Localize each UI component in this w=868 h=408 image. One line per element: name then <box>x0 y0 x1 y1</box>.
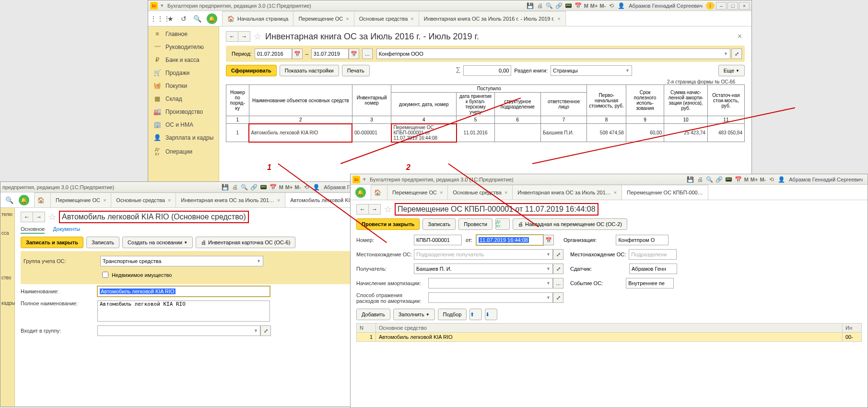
zoom-plus[interactable]: M+ <box>285 184 293 190</box>
zoom-in[interactable]: M <box>279 184 283 190</box>
tab-inventory[interactable]: Инвентарная книга ОС за Июль 201…× <box>512 185 622 200</box>
expand-icon[interactable]: ⤢ <box>553 264 563 274</box>
write-button[interactable]: Записать <box>422 218 456 230</box>
forward-button[interactable]: → <box>238 31 250 42</box>
close-icon[interactable]: × <box>440 190 443 195</box>
expand-icon[interactable]: ⤢ <box>553 292 563 303</box>
ellipsis-icon[interactable]: … <box>553 278 563 288</box>
calendar-icon[interactable]: 📅 <box>292 48 303 59</box>
event-select[interactable]: Внутреннее пе <box>626 278 674 288</box>
star-icon[interactable]: ☆ <box>254 31 261 42</box>
cell-name[interactable]: Автомобиль легковой KIA RIO <box>249 124 352 142</box>
close-icon[interactable]: × <box>346 16 349 22</box>
expand-icon[interactable]: ⤢ <box>731 48 742 59</box>
org-select[interactable]: Конфетпром О <box>616 235 669 245</box>
sidebar-frag[interactable]: телю <box>0 209 14 220</box>
search-icon[interactable]: 🔍 <box>240 183 249 191</box>
fullname-input[interactable]: Автомобиль легковой KIA RIO <box>97 300 270 322</box>
link-documents[interactable]: Документы <box>53 226 80 233</box>
main-window[interactable]: 1c ▾ Бухгалтерия предприятия, редакция 3… <box>148 0 752 192</box>
loc2-select[interactable]: Подразделени <box>629 249 677 260</box>
num-input[interactable] <box>414 235 462 245</box>
create-based-button[interactable]: Создать на основании ▼ <box>122 237 193 248</box>
calendar-icon[interactable]: 📅 <box>543 235 554 245</box>
link-icon[interactable]: 🔗 <box>250 183 258 191</box>
save-icon[interactable]: 💾 <box>526 2 535 10</box>
history-icon[interactable]: ↺ <box>177 12 190 25</box>
close-page-button[interactable]: × <box>735 32 745 41</box>
expand-icon[interactable]: ⤢ <box>553 249 563 260</box>
select-button[interactable]: Подбор <box>438 309 467 320</box>
calendar-icon[interactable]: 📅 <box>734 176 743 183</box>
sidebar-frag[interactable]: сса <box>0 220 14 246</box>
tab-move-os[interactable]: Перемещение ОС× <box>50 192 111 207</box>
date-input[interactable]: 11.07.2019 16:44:08 <box>476 235 543 245</box>
save-icon[interactable]: 💾 <box>686 176 695 183</box>
back-button[interactable]: ← <box>21 212 33 222</box>
maximize-button[interactable]: □ <box>727 2 738 10</box>
tab-os[interactable]: Основные средства× <box>447 185 513 200</box>
sidebar-item-sales[interactable]: 🛒Продажи <box>148 66 219 79</box>
sidebar-frag[interactable]: ство <box>0 246 14 283</box>
sidebar-item-production[interactable]: 🏭Производство <box>148 105 219 118</box>
name-input[interactable]: Автомобиль легковой KIA RIO <box>97 286 270 297</box>
bell-icon[interactable]: 🔔 <box>19 195 29 205</box>
forward-button[interactable]: → <box>33 212 45 222</box>
refresh-icon[interactable]: ⟲ <box>607 2 616 10</box>
recv-select[interactable]: Бахшиев П. И.▼ <box>414 264 553 274</box>
save-close-button[interactable]: Записать и закрыть <box>21 237 83 248</box>
apps-icon[interactable]: ⋮⋮⋮ <box>150 12 164 25</box>
sidebar-item-bank[interactable]: ₽Банк и касса <box>148 53 219 66</box>
bell-icon[interactable]: 🔔 <box>355 187 366 198</box>
move-down-button[interactable]: ⬇ <box>485 309 497 320</box>
minimize-button[interactable]: – <box>716 2 727 10</box>
sidebar-item-salary[interactable]: 👤Зарплата и кадры <box>148 131 219 144</box>
group-select[interactable]: Транспортные средства▼ <box>100 256 263 266</box>
sender-select[interactable]: Абрамов Генн <box>629 264 677 274</box>
print-icon[interactable]: 🖨 <box>696 176 704 183</box>
zoom-minus[interactable]: M- <box>760 177 766 182</box>
search-icon[interactable]: 🔍 <box>705 176 714 183</box>
close-icon[interactable]: × <box>277 197 280 203</box>
calc-icon[interactable]: 📟 <box>564 2 573 10</box>
zoom-plus[interactable]: M+ <box>751 177 758 182</box>
zoom-in[interactable]: M <box>584 3 588 9</box>
search-icon[interactable]: 🔍 <box>2 194 16 206</box>
sidebar-item-os-nma[interactable]: 🏢ОС и НМА <box>148 118 219 131</box>
calendar-icon[interactable]: 📅 <box>269 183 278 191</box>
back-button[interactable]: ← <box>226 31 238 42</box>
calc-icon[interactable]: 📟 <box>725 176 733 183</box>
close-icon[interactable]: × <box>168 197 171 203</box>
close-icon[interactable]: × <box>411 16 413 22</box>
bell-icon[interactable]: 🔔 <box>207 13 217 24</box>
zoom-minus[interactable]: M- <box>599 3 606 9</box>
realty-checkbox[interactable]: Недвижимое имущество <box>100 270 172 279</box>
tab-home[interactable]: Начальная страница <box>222 11 293 26</box>
sigma-icon[interactable]: Σ <box>456 66 460 75</box>
dropdown-icon[interactable]: ▾ <box>362 176 367 182</box>
table-row[interactable]: 1 Автомобиль легковой KIA RIO 00- <box>357 333 862 342</box>
refresh-icon[interactable]: ⟲ <box>767 176 776 183</box>
method-select[interactable]: ▼ <box>428 292 553 303</box>
move-up-button[interactable]: ⬆ <box>469 309 482 320</box>
expand-icon[interactable]: ⤢ <box>260 325 271 336</box>
tab-move-os[interactable]: Перемещение ОС× <box>387 185 448 200</box>
close-button[interactable]: × <box>739 2 750 10</box>
link-icon[interactable]: 🔗 <box>715 176 724 183</box>
close-icon[interactable]: × <box>103 197 106 203</box>
sidebar-item-warehouse[interactable]: ▦Склад <box>148 92 219 105</box>
star-icon[interactable]: ☆ <box>48 212 56 222</box>
date-to-input[interactable] <box>311 48 349 59</box>
link-main[interactable]: Основное <box>21 226 45 234</box>
search-icon[interactable]: 🔍 <box>190 12 204 25</box>
calendar-icon[interactable]: 📅 <box>574 2 583 10</box>
org-select[interactable]: Конфетпром ООО▼ <box>376 48 730 59</box>
post-close-button[interactable]: Провести и закрыть <box>356 218 420 230</box>
right-window[interactable]: 1c ▾ Бухгалтерия предприятия, редакция 3… <box>350 174 868 408</box>
tab-home[interactable] <box>371 185 387 200</box>
tab-os[interactable]: Основные средства× <box>111 192 176 207</box>
sidebar-frag[interactable]: кадры <box>0 283 14 309</box>
sidebar-item-purchases[interactable]: 🧺Покупки <box>148 79 219 92</box>
sidebar-item-manager[interactable]: 〰Руководителю <box>148 40 219 53</box>
close-icon[interactable]: × <box>557 16 560 22</box>
